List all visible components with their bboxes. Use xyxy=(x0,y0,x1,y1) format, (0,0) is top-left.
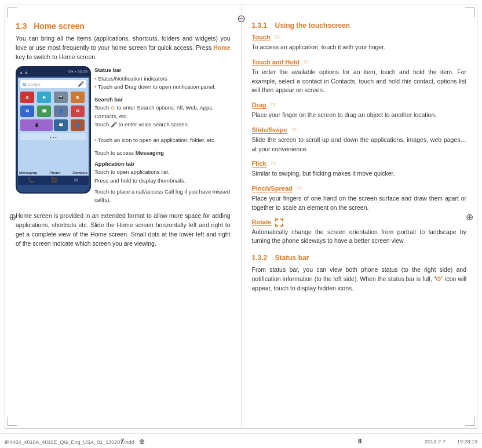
pinch-heading-row: Pinch/Spread ☞ xyxy=(252,184,467,194)
phone-mockup-wrapper: ▲ ▲ G▾ ▪ 06:09 G Google 🎤 → xyxy=(16,66,91,194)
phone-apps-row2: ✉ ☎ 👤 ✉ xyxy=(19,104,87,118)
app-icon-2-2: ☎ xyxy=(37,105,51,117)
page-container: ⊕ ⊕ ⊕ 1.3 Home screen You can bring all … xyxy=(5,5,477,429)
touch-hand-icon: ☞ xyxy=(275,33,281,41)
rotate-heading-row: Rotate xyxy=(252,218,467,228)
slide-hand-icon: ☞ xyxy=(291,126,298,134)
search-arrow: → xyxy=(16,90,18,100)
rotate-section: Rotate Automatically change the screen o… xyxy=(252,218,467,246)
flick-section: Flick ☞ Similar to swiping, but flicking… xyxy=(252,159,467,179)
touch-hold-section: Touch and Hold ☞ To enter the available … xyxy=(252,58,467,95)
intro-paragraph: You can bring all the items (application… xyxy=(16,34,231,61)
section-1-3-2-heading: 1.3.2 Status bar xyxy=(252,254,467,262)
phone-bottom-labels: Messaging Phone Contacts xyxy=(18,171,89,174)
rotate-dashed-icon xyxy=(275,218,283,227)
touch-hold-heading-row: Touch and Hold ☞ xyxy=(252,58,467,68)
slide-heading-row: Slide/Swipe ☞ xyxy=(252,126,467,136)
app-icon-3-1: 📱 xyxy=(20,119,53,131)
phone-callout-container: ▲ ▲ G▾ ▪ 06:09 G Google 🎤 → xyxy=(16,66,231,207)
bottom-paragraph: Home screen is provided in an extended f… xyxy=(16,212,231,248)
app-icon-2-1: ✉ xyxy=(20,105,34,117)
flick-heading-row: Flick ☞ xyxy=(252,159,467,169)
app-icon-2-4: ✉ xyxy=(71,105,85,117)
drag-heading-row: Drag ☞ xyxy=(252,101,467,111)
footer-compass-left: ⊕ xyxy=(139,438,145,446)
messaging-label-text: Messaging xyxy=(136,150,164,156)
page-footer: IP4464_4010A_4010E_QG_Eng_USA_01_130207.… xyxy=(0,434,482,448)
flick-hand-icon: ☞ xyxy=(271,159,277,167)
app-camera: 📷 xyxy=(54,92,68,103)
app-browser: B xyxy=(71,92,85,103)
drag-section: Drag ☞ Place your finger on the screen t… xyxy=(252,101,467,120)
phone-apps-row1: G ▶ 📷 B xyxy=(19,90,87,104)
app-tab-indicator: • • • xyxy=(20,133,86,140)
app-play: ▶ xyxy=(37,92,51,103)
touch-heading-row: Touch ☞ xyxy=(252,33,467,43)
callout-app-tab: Application tab Touch to open applicatio… xyxy=(94,160,231,185)
right-page: 1.3.1 Using the touchscreen Touch ☞ To a… xyxy=(242,5,477,428)
pinch-spread-section: Pinch/Spread ☞ Place your fingers of one… xyxy=(252,184,467,213)
touch-hold-hand-icon: ☞ xyxy=(304,58,310,66)
phone-nav-bar: 📞 ⬛ ✉ xyxy=(18,176,89,185)
callout-search-bar: Search bar Touch ⊙ to enter Search optio… xyxy=(94,96,231,129)
phone-apps-row3: 📱 💬 👤 xyxy=(19,118,87,132)
touch-section: Touch ☞ To access an application, touch … xyxy=(252,33,467,52)
page-number-right: 8 xyxy=(358,438,362,445)
footer-right: 2013-2-7 19:28:19 xyxy=(425,438,477,446)
callout-call-log: Touch to place a call/access Call log if… xyxy=(94,188,231,205)
section-1-3-1-heading: 1.3.1 Using the touchscreen xyxy=(252,21,467,30)
callout-messaging: Touch to access Messaging xyxy=(94,149,231,157)
callout-icon: • Touch an icon to open an application, … xyxy=(94,136,231,144)
app-icon-3-2: 💬 xyxy=(54,119,68,131)
callout-lines: Status bar • Status/Notification indicat… xyxy=(94,66,231,207)
left-page: 1.3 Home screen You can bring all the it… xyxy=(5,5,242,428)
slide-swipe-section: Slide/Swipe ☞ Slide the screen to scroll… xyxy=(252,126,467,154)
pinch-hand-icon: ☞ xyxy=(297,184,303,192)
section-1-3-2: 1.3.2 Status bar From status bar, you ca… xyxy=(252,254,467,293)
section-1-3-heading: 1.3 Home screen xyxy=(16,21,231,31)
app-icon-2-3: 👤 xyxy=(54,105,68,117)
phone-status-bar: ▲ ▲ G▾ ▪ 06:09 xyxy=(17,67,90,77)
page-number-left: 7 xyxy=(121,438,124,445)
drag-hand-icon: ☞ xyxy=(271,101,277,109)
section-1-3-2-body: From status bar, you can view both phone… xyxy=(252,265,467,293)
phone-screen: G Google 🎤 → G ▶ 📷 B xyxy=(18,78,89,185)
phone-mockup: ▲ ▲ G▾ ▪ 06:09 G Google 🎤 → xyxy=(16,66,91,194)
app-gmail: G xyxy=(20,92,34,103)
app-icon-3-3: 👤 xyxy=(71,119,85,131)
phone-search-bar: G Google 🎤 xyxy=(20,80,86,88)
callout-status-bar: Status bar • Status/Notification indicat… xyxy=(94,66,231,91)
